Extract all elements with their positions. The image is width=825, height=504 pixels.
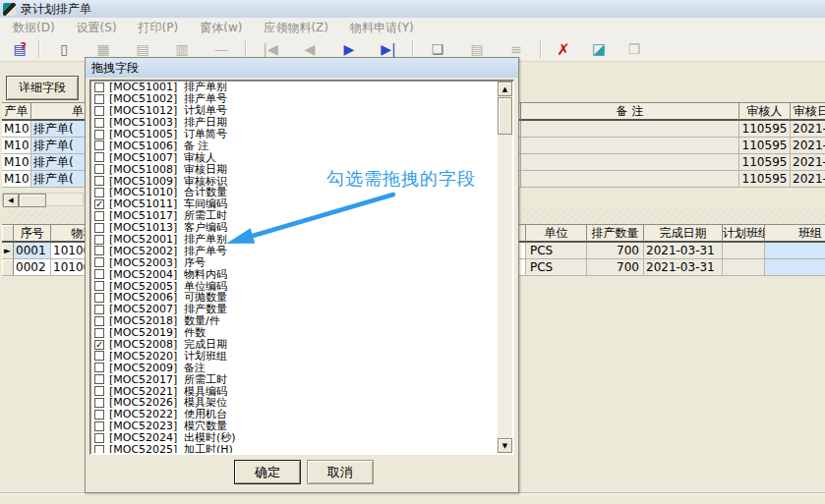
next-record-icon[interactable]: ▶ bbox=[329, 39, 369, 59]
field-checkbox[interactable]: ✓ bbox=[94, 83, 104, 92]
table-cell[interactable]: 2021-03-31 bbox=[791, 138, 825, 154]
table-cell[interactable] bbox=[765, 259, 825, 276]
add-record-icon[interactable]: ❏ bbox=[418, 39, 457, 59]
table-cell[interactable] bbox=[521, 154, 739, 171]
field-checkbox[interactable]: ✓ bbox=[94, 398, 104, 408]
table-cell[interactable]: 排产单( bbox=[31, 138, 87, 154]
field-checkbox[interactable]: ✓ bbox=[94, 305, 104, 314]
field-checkbox[interactable]: ✓ bbox=[94, 316, 104, 326]
field-checkbox[interactable]: ✓ bbox=[94, 374, 104, 384]
table-cell[interactable]: PCS bbox=[526, 243, 587, 259]
table-cell[interactable]: 700 bbox=[587, 259, 644, 276]
table-cell[interactable]: 排产单( bbox=[31, 154, 87, 171]
field-checkbox[interactable]: ✓ bbox=[94, 421, 104, 431]
menu-item[interactable]: 窗体(w) bbox=[189, 18, 253, 38]
scroll-left-icon[interactable]: ◀ bbox=[3, 194, 19, 207]
field-checkbox[interactable]: ✓ bbox=[94, 433, 104, 443]
field-list-item[interactable]: ✓ [MOC52023] 模穴数量 bbox=[92, 420, 497, 432]
table-cell[interactable] bbox=[723, 243, 765, 259]
menu-item[interactable]: 设置(S) bbox=[66, 18, 128, 38]
table-cell[interactable]: 排产单( bbox=[31, 121, 87, 138]
table-cell[interactable]: 2021-03-31 bbox=[791, 171, 825, 188]
field-checkbox[interactable]: ✓ bbox=[94, 246, 104, 255]
row-selector[interactable]: ► bbox=[2, 259, 14, 276]
field-checkbox[interactable]: ✓ bbox=[94, 188, 104, 197]
field-list-item[interactable]: ✓ [MOC52020] 计划班组 bbox=[92, 350, 497, 362]
field-list-item[interactable]: ✓ [MOC52005] 单位编码 bbox=[92, 280, 497, 292]
field-list-item[interactable]: ✓ [MOC52008] 完成日期 bbox=[92, 339, 497, 351]
table-cell[interactable]: 排产单( bbox=[31, 171, 87, 188]
table-cell[interactable]: 110595 bbox=[739, 154, 791, 171]
table-cell[interactable]: 2021-03-31 bbox=[791, 121, 825, 138]
scroll-up-icon[interactable]: ▲ bbox=[498, 82, 512, 96]
field-list-item[interactable]: ✓ [MOC52003] 序号 bbox=[92, 256, 497, 268]
ok-button[interactable]: 确定 bbox=[234, 460, 301, 484]
table-cell[interactable] bbox=[521, 138, 739, 154]
field-checkbox[interactable]: ✓ bbox=[94, 211, 104, 221]
field-list-item[interactable]: ✓ [MOC52007] 排产数量 bbox=[92, 304, 497, 315]
field-list-item[interactable]: ✓ [MOC52019] 件数 bbox=[92, 327, 497, 339]
field-list-item[interactable]: ✓ [MOC51006] 备 注 bbox=[92, 140, 497, 151]
table-cell[interactable]: M101 bbox=[2, 154, 31, 171]
new-icon[interactable]: ▯ bbox=[44, 39, 84, 59]
field-list-item[interactable]: ✓ [MOC52004] 物料内码 bbox=[92, 268, 497, 280]
field-checkbox[interactable]: ✓ bbox=[94, 118, 104, 128]
field-checkbox[interactable]: ✓ bbox=[94, 94, 104, 104]
last-record-icon[interactable]: ▶| bbox=[369, 39, 408, 59]
menu-item[interactable]: 打印(P) bbox=[128, 18, 190, 38]
field-checkbox[interactable]: ✓ bbox=[94, 351, 104, 361]
table-cell[interactable]: PCS bbox=[526, 259, 587, 276]
detail-fields-button[interactable]: 详细字段 bbox=[6, 76, 79, 100]
field-list-item[interactable]: ✓ [MOC52024] 出模时(秒) bbox=[92, 432, 497, 444]
table-cell[interactable]: 2021-03-31 bbox=[644, 243, 723, 259]
field-checkbox[interactable]: ✓ bbox=[94, 328, 104, 338]
field-checkbox[interactable]: ✓ bbox=[94, 293, 104, 303]
eraser-icon[interactable]: ◪ bbox=[581, 39, 617, 59]
field-checkbox[interactable]: ✓ bbox=[94, 235, 104, 245]
field-checkbox[interactable]: ✓ bbox=[94, 106, 104, 116]
field-list-item[interactable]: ✓ [MOC52018] 数量/件 bbox=[92, 315, 497, 327]
table-cell[interactable] bbox=[765, 243, 825, 259]
query-form-icon[interactable]: ▤ ? bbox=[5, 39, 34, 59]
field-checkbox[interactable]: ✓ bbox=[94, 386, 104, 396]
table-cell[interactable]: M101 bbox=[2, 121, 31, 138]
field-list-item[interactable]: ✓ [MOC51002] 排产单号 bbox=[92, 93, 497, 105]
cancel-button[interactable]: 取消 bbox=[307, 460, 374, 484]
field-checkbox[interactable]: ✓ bbox=[94, 176, 104, 186]
field-list-item[interactable]: ✓ [MOC52009] 备注 bbox=[92, 362, 497, 373]
scroll-thumb[interactable] bbox=[498, 97, 512, 135]
table-cell[interactable]: 110595 bbox=[739, 171, 791, 188]
field-list-item[interactable]: ✓ [MOC51001] 排产单别 bbox=[92, 82, 497, 93]
field-list-item[interactable]: ✓ [MOC52022] 使用机台 bbox=[92, 409, 497, 420]
table-cell[interactable]: 2021-03-31 bbox=[791, 154, 825, 171]
scroll-thumb[interactable] bbox=[19, 194, 46, 207]
field-checkbox[interactable]: ✓ bbox=[94, 130, 104, 140]
table-cell[interactable]: 110595 bbox=[739, 121, 791, 138]
field-checkbox[interactable]: ✓ bbox=[94, 281, 104, 291]
field-list-item[interactable]: ✓ [MOC52017] 所需工时 bbox=[92, 373, 497, 385]
delete-icon[interactable]: ✗ bbox=[546, 39, 581, 59]
field-list-item[interactable]: ✓ [MOC52021] 模具编码 bbox=[92, 385, 497, 397]
field-list-item[interactable]: ✓ [MOC52006] 可抛数量 bbox=[92, 292, 497, 304]
table-cell[interactable] bbox=[521, 121, 739, 138]
field-list-item[interactable]: ✓ [MOC51005] 订单简号 bbox=[92, 129, 497, 140]
menu-item[interactable]: 物料申请(Y) bbox=[339, 18, 425, 38]
table-cell[interactable]: 0002 bbox=[14, 259, 51, 276]
v-scrollbar[interactable]: ▲ ▼ bbox=[498, 82, 512, 453]
table-cell[interactable]: M101 bbox=[2, 171, 31, 188]
field-checkbox[interactable]: ✓ bbox=[94, 257, 104, 267]
field-checkbox[interactable]: ✓ bbox=[94, 199, 104, 209]
field-checkbox[interactable]: ✓ bbox=[94, 164, 104, 174]
field-checkbox[interactable]: ✓ bbox=[94, 445, 104, 453]
h-scrollbar[interactable]: ◀ bbox=[2, 193, 84, 206]
field-checkbox[interactable]: ✓ bbox=[94, 269, 104, 279]
menu-item[interactable]: 数据(D) bbox=[2, 18, 66, 38]
field-list-item[interactable]: ✓ [MOC52026] 模具架位 bbox=[92, 397, 497, 409]
scroll-down-icon[interactable]: ▼ bbox=[498, 438, 512, 453]
field-checkbox[interactable]: ✓ bbox=[94, 223, 104, 233]
field-list-item[interactable]: ✓ [MOC51007] 审核人 bbox=[92, 151, 497, 163]
table-cell[interactable] bbox=[723, 259, 765, 276]
table-cell[interactable]: M101 bbox=[2, 138, 31, 154]
field-checkbox[interactable]: ✓ bbox=[94, 410, 104, 420]
field-checkbox[interactable]: ✓ bbox=[94, 363, 104, 372]
